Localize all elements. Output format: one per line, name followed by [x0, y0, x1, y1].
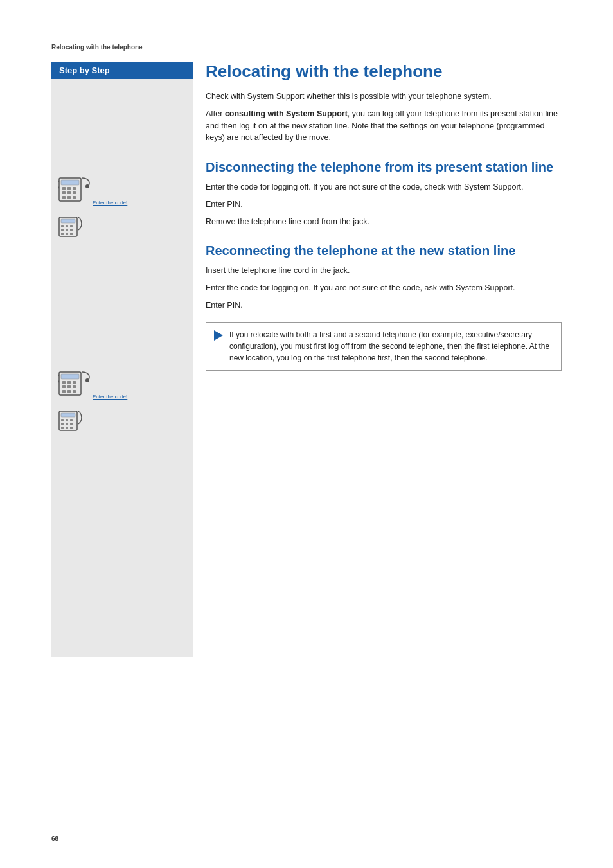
section1-step2: Enter PIN.	[206, 199, 562, 211]
section2-step3: Enter PIN.	[206, 299, 562, 312]
phone-small-svg-1	[58, 216, 84, 239]
note-box: If you relocate with both a first and a …	[206, 322, 562, 371]
phone-small-svg-2	[58, 410, 84, 433]
svg-rect-29	[67, 385, 71, 388]
svg-rect-20	[61, 233, 64, 235]
phone-icon-small-2	[58, 410, 84, 435]
svg-rect-44	[66, 427, 68, 429]
section1-heading: Disconnecting the telephone from its pre…	[206, 159, 562, 175]
svg-rect-16	[70, 225, 73, 227]
svg-rect-10	[73, 196, 76, 199]
svg-rect-24	[61, 374, 79, 379]
svg-point-34	[85, 378, 89, 382]
svg-rect-18	[66, 229, 68, 231]
svg-rect-33	[73, 390, 76, 393]
svg-rect-31	[62, 390, 66, 393]
svg-rect-7	[73, 191, 76, 194]
page-wrapper: Relocating with the telephone Step by St…	[0, 0, 613, 868]
phone-icon-small-1	[58, 216, 84, 241]
svg-rect-40	[61, 423, 64, 425]
note-text: If you relocate with both a first and a …	[229, 329, 553, 364]
svg-rect-21	[66, 233, 68, 235]
phone-icon-area-1: Enter the code!	[58, 175, 186, 241]
section2-heading: Reconnecting the telephone at the new st…	[206, 243, 562, 258]
intro2-before: After	[206, 109, 225, 118]
svg-rect-30	[73, 385, 76, 388]
svg-rect-43	[61, 427, 64, 429]
section1-step1: Enter the code for logging off. If you a…	[206, 181, 562, 193]
phone-icon-2	[58, 369, 91, 398]
breadcrumb-text: Relocating with the telephone	[51, 44, 143, 51]
code-label-1: Enter the code!	[93, 200, 127, 206]
phone-icon-area-2: Enter the code!	[58, 369, 186, 435]
page-number: 68	[51, 835, 58, 842]
svg-rect-42	[70, 423, 73, 425]
svg-rect-22	[70, 233, 73, 235]
svg-rect-39	[70, 419, 73, 421]
svg-rect-19	[70, 229, 73, 231]
section1-step3: Remove the telephone line cord from the …	[206, 216, 562, 228]
svg-rect-15	[66, 225, 68, 227]
svg-rect-26	[67, 381, 71, 384]
intro-paragraph-1: Check with System Support whether this i…	[206, 91, 562, 103]
svg-rect-2	[62, 187, 66, 190]
section2-step1: Insert the telephone line cord in the ja…	[206, 265, 562, 277]
phone-icon-1	[58, 175, 91, 204]
svg-rect-36	[61, 413, 75, 417]
svg-rect-32	[67, 390, 71, 393]
sidebar: Step by Step	[51, 62, 193, 657]
sidebar-content: Enter the code!	[51, 79, 193, 657]
section2-step2: Enter the code for logging on. If you ar…	[206, 282, 562, 294]
breadcrumb: Relocating with the telephone	[51, 39, 562, 51]
svg-rect-8	[62, 196, 66, 199]
svg-rect-27	[73, 381, 76, 384]
svg-rect-28	[62, 385, 66, 388]
intro2-bold: consulting with System Support	[225, 109, 348, 118]
phone-svg-2	[58, 369, 91, 398]
svg-rect-25	[62, 381, 66, 384]
main-content: Relocating with the telephone Check with…	[206, 62, 562, 657]
svg-rect-41	[66, 423, 68, 425]
step-by-step-label: Step by Step	[51, 62, 193, 79]
svg-rect-5	[62, 191, 66, 194]
phone-svg-1	[58, 175, 91, 204]
svg-rect-6	[67, 191, 71, 194]
main-title: Relocating with the telephone	[206, 62, 562, 82]
svg-rect-1	[61, 180, 79, 185]
note-arrow-icon	[214, 330, 223, 341]
svg-rect-3	[67, 187, 71, 190]
svg-rect-13	[61, 219, 75, 223]
svg-rect-4	[73, 187, 76, 190]
intro-paragraph-2: After consulting with System Support, yo…	[206, 108, 562, 144]
svg-point-11	[85, 184, 89, 188]
svg-rect-38	[66, 419, 68, 421]
svg-rect-45	[70, 427, 73, 429]
code-label-2: Enter the code!	[93, 394, 127, 400]
svg-rect-17	[61, 229, 64, 231]
svg-rect-37	[61, 419, 64, 421]
svg-rect-14	[61, 225, 64, 227]
content-layout: Step by Step	[51, 62, 562, 657]
svg-rect-9	[67, 196, 71, 199]
